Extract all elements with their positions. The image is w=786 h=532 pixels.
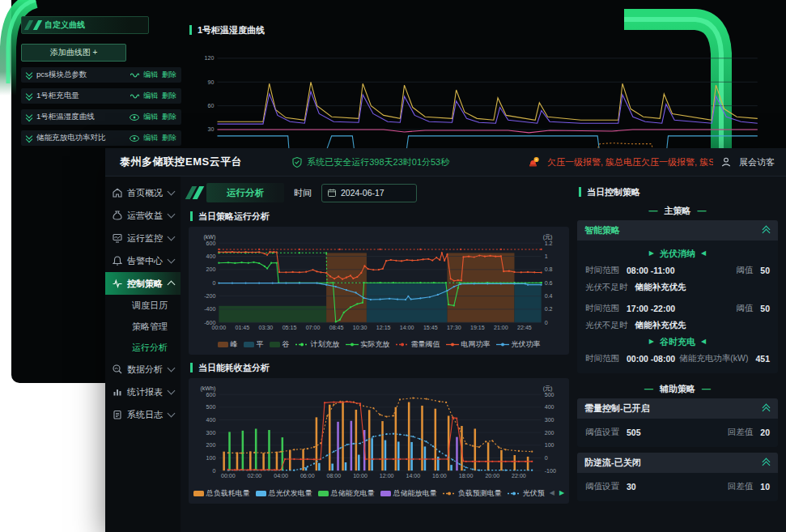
main-strategy-label: 主策略 xyxy=(665,205,691,217)
alarm-siren-icon[interactable] xyxy=(528,156,539,168)
svg-text:15:45: 15:45 xyxy=(423,325,438,330)
legend-item[interactable]: 需量阈值 xyxy=(396,339,440,350)
legend-item[interactable]: 光伏预 xyxy=(508,488,545,499)
legend-next-icon[interactable]: ▶ xyxy=(559,490,564,496)
section-bar-decor xyxy=(189,25,192,35)
svg-text:0: 0 xyxy=(545,455,548,461)
date-picker[interactable]: 2024-06-17 xyxy=(321,184,417,202)
nav-sub-strategy-management[interactable]: 策略管理 xyxy=(105,316,181,337)
delete-button[interactable]: 删除 xyxy=(162,133,176,143)
legend-item[interactable]: 计划充放 xyxy=(295,339,340,350)
curve-list-item[interactable]: 储能充放电功率对比 编辑 删除 xyxy=(21,130,181,146)
uptime-text: 系统已安全运行398天23时01分53秒 xyxy=(307,156,449,168)
svg-text:1.2: 1.2 xyxy=(545,240,553,246)
eye-icon xyxy=(130,135,139,142)
legend-item[interactable]: 平 xyxy=(244,339,264,350)
svg-text:21:00: 21:00 xyxy=(494,325,508,330)
legend-item[interactable]: 总负载耗电量 xyxy=(193,488,250,499)
smart-strategy-header[interactable]: 智能策略 xyxy=(577,220,778,240)
nav-item-data-analysis[interactable]: 数据分析 xyxy=(105,358,181,381)
triangle-right-icon: ▶ xyxy=(649,250,654,257)
legend-item[interactable]: 峰 xyxy=(218,339,238,350)
svg-text:200: 200 xyxy=(545,430,554,436)
collapse-icon[interactable] xyxy=(762,226,771,235)
energy-revenue-chart: 60050040030020010005004003002001000-1000… xyxy=(192,382,566,485)
edit-button[interactable]: 编辑 xyxy=(143,112,158,122)
user-icon[interactable] xyxy=(721,157,731,167)
svg-text:300: 300 xyxy=(545,417,554,423)
delete-button[interactable]: 删除 xyxy=(162,91,176,101)
home-icon xyxy=(113,188,122,198)
pv-consumption-heading: 光伏消纳 xyxy=(660,248,695,260)
ems-platform-window: 泰州多储联控EMS云平台 系统已安全运行398天23时01分53秒 欠压一级报警… xyxy=(105,148,786,532)
anti-backflow-header[interactable]: 防逆流-已关闭 xyxy=(577,453,778,473)
eye-icon xyxy=(130,114,139,121)
nav-item-revenue[interactable]: 运营收益 xyxy=(105,204,181,227)
svg-text:30: 30 xyxy=(208,126,215,133)
svg-text:600: 600 xyxy=(206,392,216,398)
delete-button[interactable]: 删除 xyxy=(162,70,176,80)
strategy-run-chart-panel: 6004002000-200-400-6001.210.80.60.40.200… xyxy=(189,227,569,355)
svg-text:22:00: 22:00 xyxy=(512,474,526,479)
curve-list-item[interactable]: pcs模块总参数 编辑 删除 xyxy=(21,67,181,83)
chart-canvas: 6004002000-200-400-6001.210.80.60.40.200… xyxy=(192,231,566,334)
tab-operation-analysis[interactable]: 运行分析 xyxy=(206,183,284,202)
legend-item[interactable]: 负载预测电量 xyxy=(443,488,502,499)
svg-text:-400: -400 xyxy=(204,306,215,312)
nav-item-system-log[interactable]: 系统日志 xyxy=(105,403,181,426)
bar-chart-icon xyxy=(113,387,122,397)
app-header: 泰州多储联控EMS云平台 系统已安全运行398天23时01分53秒 欠压一级报警… xyxy=(105,148,786,177)
nav-item-monitor[interactable]: 运行监控 xyxy=(105,227,181,249)
svg-text:17:30: 17:30 xyxy=(447,325,461,330)
current-user[interactable]: 展会访客 xyxy=(739,156,775,168)
demand-control-card: 需量控制-已开启 阈值设置505 回差值20 xyxy=(577,398,778,447)
alert-marquee[interactable]: 欠压一级报警, 簇总电压欠压一级报警, 簇SO xyxy=(547,156,713,168)
legend-item[interactable]: 谷 xyxy=(270,339,290,350)
legend-item[interactable]: 总光伏发电量 xyxy=(256,488,312,499)
stage: 自定义曲线 添加曲线图 + pcs模块总参数 编辑 删除 1号柜充电量 编辑 删… xyxy=(0,0,786,532)
curve-list-item[interactable]: 1号柜充电量 编辑 删除 xyxy=(21,88,181,104)
curve-list-item[interactable]: 1号柜温湿度曲线 编辑 删除 xyxy=(21,109,181,125)
pulse-icon xyxy=(113,279,122,288)
svg-text:03:30: 03:30 xyxy=(259,325,274,330)
nav-item-home[interactable]: 首页概况 xyxy=(105,181,181,204)
bell-icon xyxy=(113,256,122,266)
collapse-icon[interactable] xyxy=(762,404,771,413)
svg-text:400: 400 xyxy=(206,417,216,423)
strategy-chart-legend: 峰平谷计划充放实际充放需量阈值电网功率光伏功率 xyxy=(218,339,541,350)
demand-control-header[interactable]: 需量控制-已开启 xyxy=(577,398,778,419)
delete-button[interactable]: 删除 xyxy=(162,112,176,122)
svg-text:300: 300 xyxy=(206,430,216,436)
section-bar-decor xyxy=(579,187,581,197)
aux-strategy-label: 辅助策略 xyxy=(660,383,695,395)
edit-button[interactable]: 编辑 xyxy=(143,91,158,101)
svg-text:04:00: 04:00 xyxy=(274,474,288,479)
nav-sub-operation-analysis[interactable]: 运行分析 xyxy=(105,337,181,358)
svg-text:08:00: 08:00 xyxy=(327,474,342,479)
dash-decor: — xyxy=(702,384,711,394)
legend-item[interactable]: 光伏功率 xyxy=(496,339,541,350)
edit-button[interactable]: 编辑 xyxy=(143,70,158,80)
svg-text:12:15: 12:15 xyxy=(376,325,391,330)
legend-item[interactable]: 总储能充电量 xyxy=(318,488,375,499)
dash-decor: — xyxy=(698,206,707,215)
edit-button[interactable]: 编辑 xyxy=(143,133,158,143)
collapse-icon[interactable] xyxy=(762,458,771,467)
nav-item-alarm[interactable]: 告警中心 xyxy=(105,249,181,272)
svg-text:200: 200 xyxy=(206,443,216,449)
add-curve-button[interactable]: 添加曲线图 + xyxy=(21,44,126,62)
nav-sub-dispatch-calendar[interactable]: 调度日历 xyxy=(105,295,181,316)
legend-item[interactable]: 实际充放 xyxy=(346,339,390,350)
chart-canvas: 60050040030020010005004003002001000-1000… xyxy=(192,382,566,482)
legend-item[interactable]: 电网功率 xyxy=(446,339,491,350)
nav-item-control-strategy[interactable]: 控制策略 xyxy=(105,272,181,295)
legend-item[interactable]: 总储能放电量 xyxy=(380,488,437,499)
legend-prev-icon[interactable]: ◀ xyxy=(550,490,554,496)
svg-text:05:15: 05:15 xyxy=(283,325,297,330)
nav-item-statistics-report[interactable]: 统计报表 xyxy=(105,381,181,403)
bg-sidebar-title: 自定义曲线 xyxy=(21,16,149,34)
svg-text:(kWh): (kWh) xyxy=(200,385,215,392)
svg-text:14:00: 14:00 xyxy=(400,325,414,330)
double-chevron-icon xyxy=(26,113,32,121)
svg-text:22:45: 22:45 xyxy=(517,325,532,330)
